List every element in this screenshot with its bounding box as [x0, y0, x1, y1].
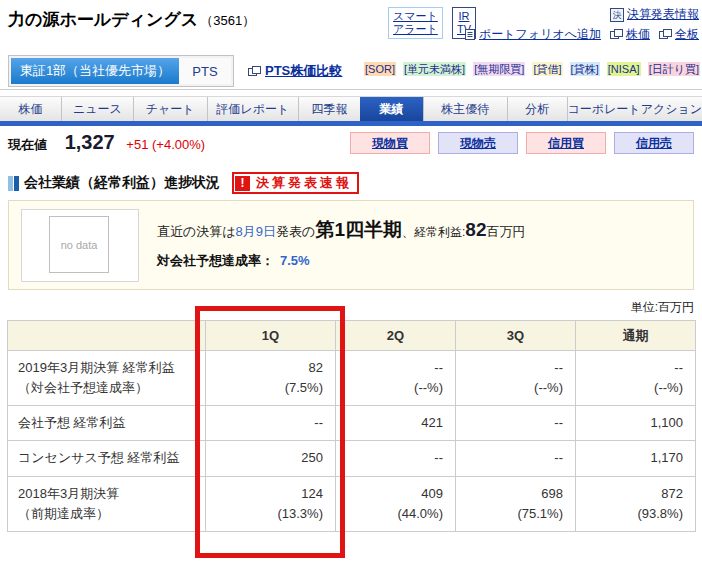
earnings-flash-label: 決算発表速報 [251, 174, 357, 192]
badge-open-ended-margin: [無期限買] [473, 62, 525, 76]
full-board-popup-link[interactable]: 全板 [675, 26, 699, 43]
badge-day-trade-buy: [日計り買] [648, 62, 700, 76]
margin-sell-button[interactable]: 信用売 [614, 132, 694, 154]
achievement-rate-label: 対会社予想達成率： [157, 253, 274, 268]
pts-compare-link[interactable]: PTS株価比較 [265, 62, 342, 80]
tab-shareholder-benefits[interactable]: 株主優待 [423, 97, 507, 121]
nav-accent-bar [0, 121, 702, 126]
badge-odd-lot: [単元未満株] [403, 62, 466, 76]
market-tab-tse1[interactable]: 東証1部（当社優先市場） [11, 58, 179, 84]
current-price-label: 現在値 [8, 137, 47, 152]
pts-compare: PTS株価比較 [248, 62, 342, 80]
cell-percent: (13.3%) [216, 504, 323, 524]
cell-value: 1,100 [586, 413, 683, 433]
summary-quarter: 第1四半期 [315, 219, 402, 240]
attribute-badges: [SOR] [単元未満株] [無期限買] [貸借] [貸株] [NISA] [日… [360, 62, 700, 77]
current-price-value: 1,327 [65, 131, 115, 153]
cell-value: 421 [346, 413, 443, 433]
cell-value: 82 [216, 358, 323, 378]
summary-line1: 直近の決算は8月9日発表の第1四半期、経常利益:82百万円 [157, 217, 525, 243]
cell-percent: (--%) [346, 378, 443, 398]
tab-shikiho[interactable]: 四季報 [298, 97, 360, 121]
exclamation-icon: ! [235, 176, 250, 191]
summary-line2: 対会社予想達成率：7.5% [157, 252, 525, 270]
add-portfolio-link[interactable]: ポートフォリオへ追加 [479, 26, 601, 43]
tab-rating-report[interactable]: 評価レポート [207, 97, 298, 121]
badge-loan-margin: [貸借] [532, 62, 562, 76]
row-label: 会社予想 経常利益 [18, 413, 193, 433]
ticker-code: （3561） [200, 13, 255, 28]
margin-buy-button[interactable]: 信用買 [526, 132, 606, 154]
unit-label: 単位:百万円 [631, 299, 694, 316]
badge-nisa: [NISA] [607, 62, 641, 76]
summary-profit-unit: 百万円 [486, 224, 525, 239]
no-data-label: no data [49, 216, 109, 273]
section-marker-icon [8, 176, 19, 191]
badge-stock-lending: [貸株] [570, 62, 600, 76]
tab-news[interactable]: ニュース [61, 97, 133, 121]
smart-alert-line2: アラート [393, 23, 438, 36]
cell-percent: (7.5%) [216, 378, 323, 398]
window-icon [610, 29, 623, 40]
summary-prefix: 直近の決算は [157, 224, 236, 239]
smart-alert-line1: スマート [393, 10, 438, 23]
header-links-row2: ポートフォリオへ追加 株価 全板 [464, 26, 699, 43]
section-title: 会社業績（経常利益）進捗状況 [24, 174, 220, 192]
header-blank [8, 321, 206, 351]
header-full-year: 通期 [576, 321, 696, 351]
summary-profit-value: 82 [465, 219, 486, 240]
summary-text: 直近の決算は8月9日発表の第1四半期、経常利益:82百万円 対会社予想達成率：7… [157, 217, 525, 270]
table-row: 会社予想 経常利益 -- 421 -- 1,100 [8, 406, 696, 441]
portfolio-add-icon [464, 28, 476, 41]
cell-percent: (93.8%) [586, 504, 683, 524]
cell-value: 409 [346, 484, 443, 504]
cell-percent: (44.0%) [346, 504, 443, 524]
cell-value: 124 [216, 484, 323, 504]
earnings-flash-badge[interactable]: ! 決算発表速報 [232, 172, 359, 194]
row-label: コンセンサス予想 経常利益 [18, 448, 193, 468]
company-name: 力の源ホールディングス [8, 10, 198, 29]
stock-earnings-page: 力の源ホールディングス（3561） スマート アラート IR TV 決 決算発表… [0, 0, 702, 565]
earnings-info-link[interactable]: 決算発表情報 [627, 6, 699, 23]
cash-sell-button[interactable]: 現物売 [438, 132, 518, 154]
cell-value: 1,170 [586, 448, 683, 468]
row-sublabel: （対会社予想達成率） [18, 378, 193, 398]
row-label: 2018年3月期決算 [18, 484, 193, 504]
tab-analysis[interactable]: 分析 [507, 97, 567, 121]
tab-earnings[interactable]: 業績 [360, 97, 423, 121]
cell-value: -- [216, 413, 323, 433]
window-icon [248, 66, 261, 77]
row-sublabel: （前期達成率） [18, 504, 193, 524]
table-header-row: 1Q 2Q 3Q 通期 [8, 321, 696, 351]
price-change: +51 (+4.00%) [126, 137, 205, 152]
cell-value: -- [586, 358, 683, 378]
cell-value: 250 [216, 448, 323, 468]
summary-mid: 発表の [276, 224, 315, 239]
table-row: 2019年3月期決算 経常利益（対会社予想達成率） 82(7.5%) --(--… [8, 351, 696, 406]
stock-price-popup-link[interactable]: 株価 [626, 26, 650, 43]
cell-value: -- [466, 413, 563, 433]
cash-buy-button[interactable]: 現物買 [350, 132, 430, 154]
header-3q: 3Q [456, 321, 576, 351]
header-links-row1: 決 決算発表情報 [610, 6, 699, 23]
cell-value: 872 [586, 484, 683, 504]
tab-corporate-action[interactable]: コーポレートアクション [567, 97, 702, 121]
tab-chart[interactable]: チャート [133, 97, 207, 121]
market-tab-group: 東証1部（当社優先市場） PTS [8, 55, 234, 87]
smart-alert-link[interactable]: スマート アラート [388, 7, 443, 39]
cell-percent: (--%) [586, 378, 683, 398]
cell-value: -- [346, 358, 443, 378]
tab-stock-price[interactable]: 株価 [0, 97, 61, 121]
cell-percent: (--%) [466, 378, 563, 398]
row-label: 2019年3月期決算 経常利益 [18, 358, 193, 378]
badge-sor: [SOR] [364, 62, 396, 76]
earnings-calendar-icon: 決 [610, 8, 624, 22]
window-icon [659, 29, 672, 40]
header-2q: 2Q [336, 321, 456, 351]
section-header: 会社業績（経常利益）進捗状況 ! 決算発表速報 [8, 172, 359, 194]
cell-value: -- [346, 448, 443, 468]
no-data-chart-placeholder: no data [21, 209, 139, 282]
main-nav: 株価 ニュース チャート 評価レポート 四季報 業績 株主優待 分析 コーポレー… [0, 96, 702, 126]
market-tab-pts[interactable]: PTS [179, 58, 231, 84]
earnings-summary-box: no data 直近の決算は8月9日発表の第1四半期、経常利益:82百万円 対会… [8, 200, 694, 290]
